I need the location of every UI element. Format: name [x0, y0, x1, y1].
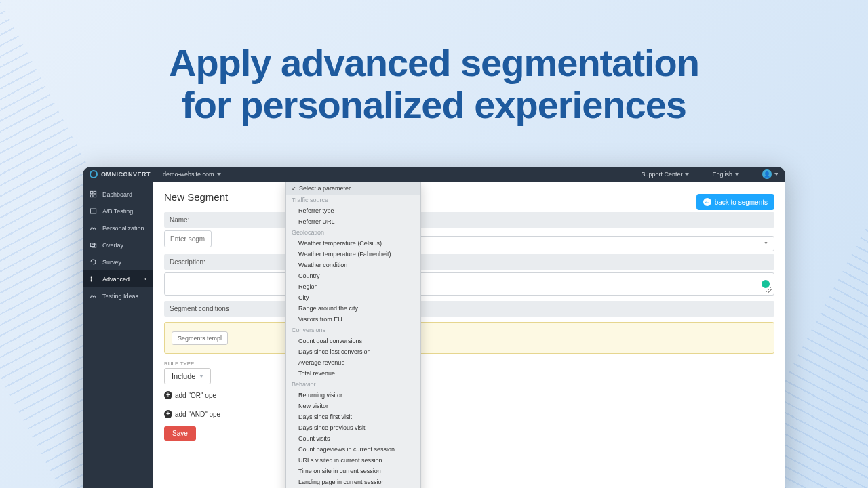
dropdown-option[interactable]: Count visits [286, 433, 420, 444]
brand-logo-icon [90, 170, 98, 178]
hero-line2: for personalized experiences [182, 83, 686, 126]
svg-point-8 [91, 279, 92, 279]
support-link[interactable]: Support Center [641, 171, 689, 178]
add-and-label: add "AND" ope [175, 411, 220, 418]
chevron-down-icon [685, 173, 689, 176]
sidebar-item-advanced[interactable]: Advanced› [83, 270, 153, 287]
sidebar-item-label: Testing Ideas [102, 293, 138, 300]
add-or-operator[interactable]: + add "OR" ope [164, 391, 774, 399]
dropdown-option[interactable]: Returning visitor [286, 390, 420, 401]
chevron-down-icon [774, 173, 778, 176]
dropdown-option[interactable]: Days since first visit [286, 411, 420, 422]
avatar-icon: 👤 [762, 169, 772, 179]
sidebar-item-label: A/B Testing [102, 208, 133, 215]
chevron-down-icon [199, 375, 203, 378]
support-label: Support Center [641, 171, 682, 178]
sidebar-item-dashboard[interactable]: Dashboard [83, 186, 153, 203]
sidebar-item-label: Dashboard [102, 191, 132, 198]
dropdown-option[interactable]: Referrer type [286, 205, 420, 216]
name-field-label: Name: le for: [164, 212, 774, 228]
sidebar: DashboardA/B TestingPersonalizationOverl… [83, 182, 153, 488]
sidebar-item-a-b-testing[interactable]: A/B Testing [83, 203, 153, 220]
dashboard-icon [90, 190, 97, 198]
page-title: New Segment [164, 191, 774, 203]
dropdown-option[interactable]: Visitors from EU [286, 314, 420, 325]
dropdown-option[interactable]: Range around the city [286, 303, 420, 314]
dropdown-option[interactable]: Weather temperature (Fahrenheit) [286, 249, 420, 260]
dropdown-option[interactable]: URLs visited in current session [286, 455, 420, 466]
dropdown-option[interactable]: Weather condition [286, 260, 420, 270]
back-label: back to segments [715, 199, 768, 206]
dropdown-option[interactable]: Time on site in current session [286, 466, 420, 476]
svg-rect-3 [94, 195, 96, 197]
dropdown-option[interactable]: Count goal conversions [286, 336, 420, 346]
plus-icon: + [164, 391, 172, 399]
resize-handle-icon[interactable] [766, 287, 772, 293]
chevron-down-icon [217, 173, 221, 176]
hero-headline: Apply advanced segmentation for personal… [0, 42, 868, 125]
segment-template-row: Segments templ [164, 322, 774, 354]
app-window: OMNICONVERT demo-website.com Support Cen… [83, 167, 785, 488]
sidebar-item-testing-ideas[interactable]: Testing Ideas [83, 287, 153, 304]
segment-conditions-label: Segment conditions [164, 301, 774, 317]
segment-template-select[interactable]: Segments templ [172, 331, 228, 345]
rule-type-value: Include [172, 372, 195, 380]
save-button[interactable]: Save [164, 426, 196, 441]
brand-name: OMNICONVERT [101, 171, 151, 178]
dropdown-option[interactable]: Country [286, 270, 420, 281]
rule-type-select[interactable]: Include [164, 368, 211, 384]
back-to-segments-button[interactable]: ← back to segments [696, 194, 774, 210]
parameter-dropdown: Select a parameter Traffic sourceReferre… [285, 182, 421, 488]
ab-icon [90, 207, 97, 215]
dropdown-option[interactable]: Region [286, 281, 420, 292]
sidebar-item-label: Overlay [102, 242, 123, 249]
user-menu[interactable]: 👤 [762, 169, 778, 179]
svg-rect-0 [90, 191, 92, 193]
sidebar-item-overlay[interactable]: Overlay [83, 237, 153, 253]
dropdown-option[interactable]: Weather temperature (Celsius) [286, 238, 420, 249]
dropdown-option[interactable]: Total revenue [286, 368, 420, 379]
site-selector[interactable]: demo-website.com [163, 171, 221, 178]
chevron-down-icon [735, 173, 739, 176]
hero-line1: Apply advanced segmentation [169, 41, 699, 84]
main-content: New Segment ← back to segments Name: le … [153, 182, 785, 488]
plus-icon: + [164, 410, 172, 418]
language-selector[interactable]: English [712, 171, 739, 178]
ideas-icon [90, 292, 97, 300]
sidebar-item-label: Survey [102, 259, 121, 266]
sidebar-item-label: Personalization [102, 225, 144, 232]
svg-point-9 [91, 281, 92, 281]
dropdown-option[interactable]: Count pageviews in current session [286, 444, 420, 455]
svg-rect-2 [90, 195, 92, 197]
dropdown-heading: Select a parameter [286, 182, 420, 195]
chevron-right-icon: › [144, 276, 146, 282]
dropdown-option[interactable]: Landing page in current session [286, 476, 420, 487]
dropdown-group-label: Conversions [286, 325, 420, 336]
dropdown-option[interactable]: Average revenue [286, 357, 420, 368]
site-name: demo-website.com [163, 171, 214, 178]
dropdown-option[interactable]: New visitor [286, 401, 420, 411]
svg-point-7 [91, 277, 92, 277]
dropdown-option[interactable]: Days since last conversion [286, 346, 420, 357]
language-label: English [712, 171, 732, 178]
dropdown-option[interactable]: Days since previous visit [286, 422, 420, 433]
svg-rect-4 [90, 209, 96, 214]
description-textarea[interactable] [164, 272, 774, 296]
rule-type-label: RULE TYPE: [164, 361, 211, 367]
overlay-icon [90, 241, 97, 249]
add-and-operator[interactable]: + add "AND" ope [164, 410, 774, 418]
brand-logo[interactable]: OMNICONVERT [90, 170, 151, 178]
svg-rect-5 [90, 243, 94, 247]
description-field-label: Description: [164, 254, 774, 270]
dropdown-option[interactable]: City [286, 292, 420, 303]
sidebar-item-survey[interactable]: Survey [83, 253, 153, 270]
dropdown-group-label: Traffic source [286, 195, 420, 205]
survey-icon [90, 258, 97, 266]
dropdown-option[interactable]: Referrer URL [286, 216, 420, 227]
segment-name-input[interactable] [164, 230, 212, 247]
back-arrow-icon: ← [703, 198, 711, 206]
sidebar-item-personalization[interactable]: Personalization [83, 220, 153, 237]
advanced-icon [90, 275, 97, 283]
dropdown-group-label: Behavior [286, 379, 420, 390]
topbar: OMNICONVERT demo-website.com Support Cen… [83, 167, 785, 182]
